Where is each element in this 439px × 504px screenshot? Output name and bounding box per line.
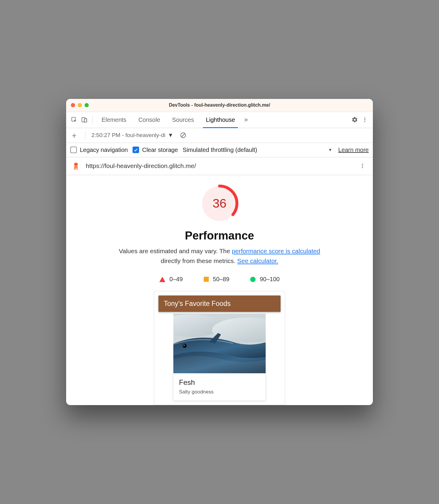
throttling-caret-icon[interactable]: ▼	[327, 147, 334, 152]
devtools-window: DevTools - foul-heavenly-direction.glitc…	[66, 99, 373, 405]
settings-gear-icon[interactable]	[350, 115, 360, 125]
category-description: Values are estimated and may vary. The p…	[112, 246, 327, 266]
svg-point-6	[364, 121, 365, 122]
window-title: DevTools - foul-heavenly-direction.glitc…	[66, 102, 373, 108]
learn-more-link[interactable]: Learn more	[338, 147, 369, 153]
performance-gauge: 36	[72, 184, 367, 223]
clear-report-icon[interactable]	[178, 130, 188, 140]
svg-line-8	[182, 134, 185, 137]
legend-fail: 0–49	[159, 276, 183, 283]
chevron-down-icon: ▼	[168, 132, 173, 139]
legacy-navigation-label: Legacy navigation	[80, 147, 128, 153]
see-calculator-link[interactable]: See calculator.	[237, 257, 278, 264]
lighthouse-logo-icon	[71, 161, 80, 170]
clear-storage-label: Clear storage	[142, 147, 178, 153]
svg-point-24	[183, 345, 185, 346]
traffic-lights	[66, 103, 89, 107]
tab-lighthouse[interactable]: Lighthouse	[202, 112, 239, 128]
performance-score: 36	[200, 184, 239, 223]
window-titlebar: DevTools - foul-heavenly-direction.glitc…	[66, 99, 373, 112]
category-title: Performance	[72, 229, 367, 242]
svg-point-23	[183, 344, 187, 348]
tab-elements[interactable]: Elements	[97, 112, 130, 128]
inspect-element-icon[interactable]	[69, 115, 79, 125]
report-kebab-menu-icon[interactable]	[357, 161, 368, 171]
divider	[92, 116, 93, 124]
divider	[85, 131, 85, 139]
device-toolbar-icon[interactable]	[79, 115, 89, 125]
perf-score-link[interactable]: performance score is calculated	[232, 248, 320, 254]
throttling-label: Simulated throttling (default)	[183, 147, 257, 153]
report-content: 36 Performance Values are estimated and …	[66, 175, 373, 405]
clear-storage-option[interactable]: Clear storage	[133, 147, 178, 153]
screenshot-card-title: Fesh	[179, 378, 260, 387]
legacy-navigation-option[interactable]: Legacy navigation	[70, 147, 128, 153]
window-close-button[interactable]	[71, 103, 75, 107]
svg-point-14	[362, 164, 363, 165]
score-legend: 0–49 50–89 90–100	[72, 276, 367, 283]
circle-icon	[250, 277, 256, 282]
triangle-icon	[159, 277, 165, 282]
new-report-plus-icon[interactable]: ＋	[69, 130, 79, 140]
desc-text: Values are estimated and may vary. The	[119, 248, 232, 254]
legend-pass: 90–100	[250, 276, 280, 283]
tab-sources[interactable]: Sources	[168, 112, 198, 128]
page-screenshot-thumbnail[interactable]: Tony's Favorite Foods	[154, 291, 285, 405]
more-tabs-icon[interactable]: »	[241, 115, 251, 125]
svg-point-5	[364, 119, 365, 120]
screenshot-card: Fesh Salty goodness	[173, 373, 266, 401]
screenshot-card-subtitle: Salty goodness	[179, 389, 260, 395]
lighthouse-options-bar: Legacy navigation Clear storage Simulate…	[66, 143, 373, 157]
legend-pass-label: 90–100	[260, 276, 280, 283]
report-selector[interactable]: 2:50:27 PM - foul-heavenly-di ▼	[91, 132, 173, 139]
svg-rect-10	[74, 164, 77, 165]
square-icon	[204, 277, 209, 282]
legend-average-label: 50–89	[213, 276, 230, 283]
desc-text: directly from these metrics.	[161, 257, 237, 264]
kebab-menu-icon[interactable]	[360, 115, 370, 125]
report-url: https://foul-heavenly-direction.glitch.m…	[86, 162, 352, 169]
window-minimize-button[interactable]	[78, 103, 82, 107]
clear-storage-checkbox[interactable]	[133, 147, 139, 153]
tab-console[interactable]: Console	[134, 112, 164, 128]
legend-average: 50–89	[204, 276, 230, 283]
window-maximize-button[interactable]	[85, 103, 89, 107]
screenshot-hero-image	[173, 314, 266, 373]
svg-rect-2	[84, 119, 87, 122]
report-url-bar: https://foul-heavenly-direction.glitch.m…	[66, 157, 373, 175]
svg-point-15	[362, 166, 363, 167]
legend-fail-label: 0–49	[169, 276, 183, 283]
svg-point-16	[362, 167, 363, 168]
screenshot-header: Tony's Favorite Foods	[158, 295, 281, 312]
svg-rect-12	[75, 162, 77, 164]
lighthouse-subtoolbar: ＋ 2:50:27 PM - foul-heavenly-di ▼	[66, 128, 373, 143]
svg-point-4	[364, 118, 365, 119]
report-selector-label: 2:50:27 PM - foul-heavenly-di	[91, 132, 165, 139]
legacy-navigation-checkbox[interactable]	[70, 147, 77, 153]
devtools-tabstrip: Elements Console Sources Lighthouse »	[66, 112, 373, 128]
